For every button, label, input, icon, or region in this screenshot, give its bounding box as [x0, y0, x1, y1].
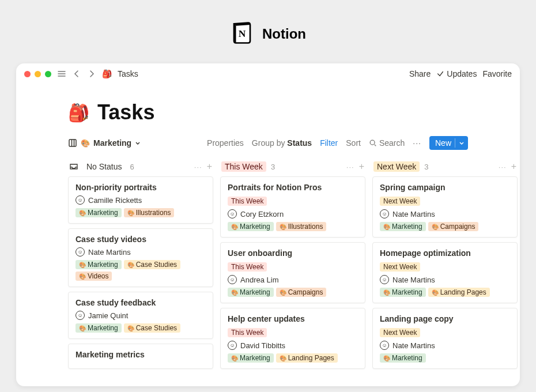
- tag-marketing: 🎨Marketing: [76, 208, 122, 217]
- hamburger-icon[interactable]: [57, 69, 66, 78]
- tag-illustrations: 🎨Illustrations: [124, 208, 175, 217]
- column-more-icon[interactable]: ···: [346, 163, 354, 171]
- tags-row: 🎨Marketing🎨Landing Pages: [228, 353, 358, 363]
- sort-button[interactable]: Sort: [346, 138, 361, 148]
- filter-button[interactable]: Filter: [320, 138, 338, 148]
- column-name[interactable]: No Status: [83, 161, 125, 172]
- assignee-row: ☺Nate Martins: [76, 247, 206, 257]
- assignee-name: Jamie Quint: [88, 311, 128, 320]
- assignee-row: ☺Camille Ricketts: [76, 195, 206, 205]
- svg-point-2: [370, 140, 375, 145]
- tag-marketing: 🎨Marketing: [76, 260, 122, 269]
- assignee-row: ☺Nate Martins: [380, 275, 510, 284]
- column-name[interactable]: This Week: [221, 161, 266, 172]
- kanban-card[interactable]: Homepage optimizationNext Week☺Nate Mart…: [372, 242, 518, 303]
- new-button[interactable]: New: [429, 136, 468, 150]
- kanban-card[interactable]: Non-priority portraits☺Camille Ricketts🎨…: [68, 176, 213, 224]
- tag-campaigns: 🎨Campaigns: [428, 222, 479, 231]
- column-thisweek: This Week3···+Portraits for Notion ProsT…: [220, 159, 365, 386]
- tag-label: Marketing: [240, 223, 270, 231]
- new-label: New: [435, 138, 451, 148]
- board-view-icon: [68, 138, 77, 148]
- kanban-card[interactable]: Case study feedback☺Jamie Quint🎨Marketin…: [68, 292, 213, 339]
- tag-marketing: 🎨Marketing: [380, 353, 426, 363]
- nav-back-icon[interactable]: [72, 69, 81, 78]
- tags-row: 🎨Marketing🎨Illustrations: [76, 208, 206, 217]
- kanban-card[interactable]: Case study videos☺Nate Martins🎨Marketing…: [68, 228, 213, 287]
- maximize-window-icon[interactable]: [45, 71, 51, 77]
- kanban-card[interactable]: Portraits for Notion ProsThis Week☺Cory …: [220, 176, 365, 238]
- view-switcher[interactable]: 🎨 Marketing: [68, 138, 141, 148]
- column-add-icon[interactable]: +: [207, 161, 212, 172]
- inbox-icon: [69, 162, 78, 171]
- palette-icon: 🎨: [432, 289, 439, 296]
- status-badge: This Week: [228, 328, 267, 337]
- more-options-button[interactable]: ···: [413, 138, 421, 148]
- palette-icon: 🎨: [280, 355, 286, 361]
- tags-row: 🎨Marketing🎨Campaigns: [380, 222, 510, 231]
- tag-label: Marketing: [392, 288, 422, 296]
- status-badge: Next Week: [380, 262, 420, 272]
- kanban-card[interactable]: Spring campaignNext Week☺Nate Martins🎨Ma…: [372, 176, 518, 238]
- status-badge: This Week: [228, 262, 267, 272]
- assignee-name: Nate Martins: [392, 341, 435, 350]
- avatar: ☺: [380, 341, 389, 350]
- avatar: ☺: [76, 195, 85, 205]
- search-button[interactable]: Search: [369, 138, 405, 148]
- card-title: Marketing metrics: [76, 350, 206, 359]
- tag-marketing: 🎨Marketing: [380, 222, 426, 231]
- kanban-card[interactable]: Help center updatesThis Week☺David Tibbi…: [220, 308, 365, 369]
- tag-marketing: 🎨Marketing: [228, 222, 274, 231]
- tags-row: 🎨Marketing🎨Illustrations: [228, 222, 358, 231]
- avatar: ☺: [228, 209, 237, 218]
- tag-label: Marketing: [88, 324, 118, 332]
- palette-icon: 🎨: [127, 262, 134, 268]
- page-icon[interactable]: 🎒: [68, 103, 89, 123]
- search-label: Search: [379, 138, 405, 148]
- properties-button[interactable]: Properties: [207, 138, 244, 148]
- groupby-value: Status: [287, 138, 312, 148]
- tag-marketing: 🎨Marketing: [76, 323, 122, 333]
- minimize-window-icon[interactable]: [35, 71, 41, 77]
- favorite-button[interactable]: Favorite: [482, 69, 512, 78]
- chevron-down-icon: [135, 138, 141, 148]
- breadcrumb[interactable]: Tasks: [118, 69, 138, 78]
- card-title: Help center updates: [228, 314, 358, 323]
- page-title[interactable]: Tasks: [97, 100, 154, 125]
- card-title: Landing page copy: [380, 314, 510, 323]
- palette-icon: 🎨: [231, 289, 238, 296]
- card-title: Homepage optimization: [380, 248, 510, 258]
- close-window-icon[interactable]: [24, 71, 31, 77]
- tag-label: Case Studies: [136, 324, 177, 332]
- assignee-name: Nate Martins: [392, 276, 435, 284]
- kanban-card[interactable]: Marketing metrics: [68, 344, 213, 369]
- assignee-row: ☺Jamie Quint: [76, 311, 206, 320]
- palette-icon: 🎨: [383, 224, 390, 230]
- tag-marketing: 🎨Marketing: [228, 353, 274, 363]
- nav-forward-icon[interactable]: [87, 69, 96, 78]
- tags-row: 🎨Marketing: [380, 353, 510, 363]
- column-add-icon[interactable]: +: [511, 161, 516, 172]
- kanban-card[interactable]: User onboardingThis Week☺Andrea Lim🎨Mark…: [220, 242, 365, 303]
- avatar: ☺: [228, 341, 237, 350]
- groupby-button[interactable]: Group by Status: [252, 138, 312, 148]
- column-add-icon[interactable]: +: [359, 161, 364, 172]
- updates-button[interactable]: Updates: [436, 69, 477, 78]
- tag-label: Videos: [88, 272, 108, 280]
- tag-label: Campaigns: [440, 223, 475, 231]
- assignee-name: Cory Etzkorn: [240, 210, 284, 218]
- tag-label: Marketing: [240, 288, 270, 296]
- column-more-icon[interactable]: ···: [499, 163, 507, 171]
- card-title: User onboarding: [228, 248, 358, 258]
- share-button[interactable]: Share: [409, 69, 431, 78]
- assignee-row: ☺Andrea Lim: [228, 275, 358, 284]
- kanban-card[interactable]: Landing page copyNext Week☺Nate Martins🎨…: [372, 308, 518, 369]
- palette-icon: 🎨: [127, 325, 134, 331]
- tag-label: Marketing: [240, 354, 270, 362]
- palette-icon: 🎨: [79, 210, 86, 216]
- column-name[interactable]: Next Week: [373, 161, 420, 172]
- assignee-name: Nate Martins: [392, 210, 435, 218]
- assignee-row: ☺David Tibbitts: [228, 341, 358, 350]
- column-more-icon[interactable]: ···: [194, 163, 202, 171]
- svg-text:N: N: [239, 28, 246, 39]
